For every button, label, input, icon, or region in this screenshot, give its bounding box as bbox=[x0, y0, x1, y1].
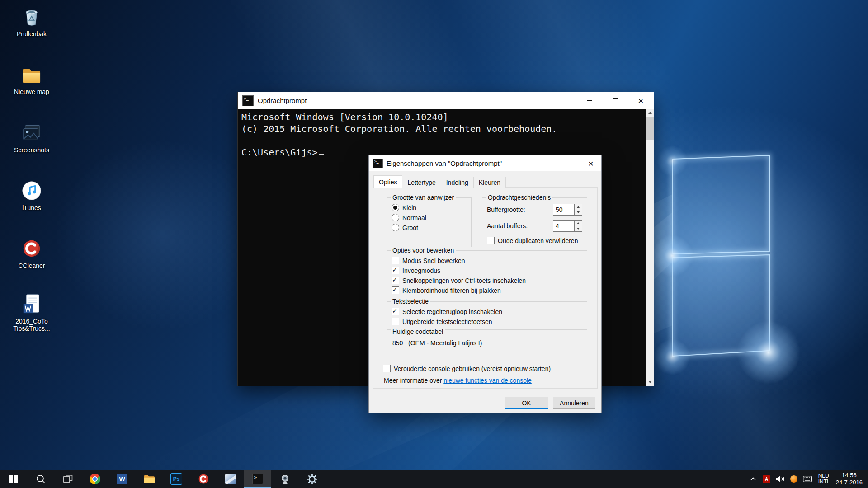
checkbox[interactable] bbox=[392, 257, 399, 264]
tab-indeling[interactable]: Indeling bbox=[441, 177, 474, 188]
dialog-close-button[interactable] bbox=[580, 155, 601, 171]
spinner bbox=[574, 220, 582, 232]
number-input[interactable]: 50 bbox=[553, 204, 574, 216]
checkbox[interactable] bbox=[487, 237, 495, 244]
radio-button[interactable] bbox=[392, 214, 399, 221]
taskbar-app[interactable] bbox=[217, 470, 244, 488]
maximize-button[interactable] bbox=[602, 92, 628, 109]
group-title: Tekstselectie bbox=[391, 298, 430, 305]
number-input[interactable]: 4 bbox=[553, 220, 574, 232]
radio-row-normaal[interactable]: Normaal bbox=[392, 214, 471, 221]
checkbox[interactable] bbox=[392, 308, 399, 315]
cancel-button[interactable]: Annuleren bbox=[553, 397, 595, 409]
spin-up-button[interactable] bbox=[575, 221, 582, 226]
maximize-icon bbox=[613, 98, 618, 103]
radio-label: Klein bbox=[402, 204, 416, 211]
scrollbar-thumb[interactable] bbox=[646, 117, 654, 140]
checkbox[interactable] bbox=[392, 286, 399, 294]
task-view-button[interactable] bbox=[54, 470, 81, 488]
radio-button[interactable] bbox=[392, 204, 399, 211]
chrome-icon bbox=[90, 474, 100, 484]
checkbox-row[interactable]: Selectie regelterugloop inschakelen bbox=[392, 308, 587, 315]
checkbox-row[interactable]: Invoegmodus bbox=[392, 267, 587, 274]
tab-page-opties: Grootte van aanwijzer Klein Normaal Groo… bbox=[373, 187, 598, 389]
ok-button[interactable]: OK bbox=[505, 397, 548, 409]
orange-app-icon bbox=[790, 475, 797, 483]
tray-show-hidden-icons[interactable] bbox=[746, 470, 760, 488]
scroll-down-arrow[interactable] bbox=[646, 378, 654, 386]
checkbox-row[interactable]: Modus Snel bewerken bbox=[392, 257, 587, 264]
taskbar-ccleaner[interactable] bbox=[190, 470, 217, 488]
recycle-bin-icon bbox=[20, 5, 43, 28]
search-button[interactable] bbox=[27, 470, 54, 488]
tray-adobe-reader[interactable]: A bbox=[760, 470, 774, 488]
desktop-icon-prullenbak[interactable]: Prullenbak bbox=[8, 5, 55, 38]
taskbar-photoshop[interactable]: Ps bbox=[163, 470, 190, 488]
taskbar-camera-app[interactable] bbox=[271, 470, 298, 488]
text-selection-group: Tekstselectie Selectie regelterugloop in… bbox=[387, 301, 587, 330]
spin-up-button[interactable] bbox=[575, 204, 582, 210]
tray-volume[interactable] bbox=[774, 470, 787, 488]
checkbox-row[interactable]: Uitgebreide tekstselectietoetsen bbox=[392, 318, 587, 325]
checkbox[interactable] bbox=[392, 277, 399, 284]
buffer-count-input[interactable]: 4 bbox=[553, 220, 582, 232]
close-button[interactable] bbox=[628, 92, 654, 109]
taskbar-settings[interactable] bbox=[298, 470, 326, 488]
tab-opties[interactable]: Opties bbox=[373, 175, 402, 188]
checkbox-label: Oude duplicaten verwijderen bbox=[498, 237, 578, 244]
checkbox-label: Modus Snel bewerken bbox=[402, 257, 465, 264]
tray-touch-keyboard[interactable] bbox=[801, 470, 814, 488]
dialog-titlebar[interactable]: >_ Eigenschappen van "Opdrachtprompt" bbox=[369, 155, 601, 171]
close-icon bbox=[588, 159, 594, 168]
checkbox-row[interactable]: Snelkoppelingen voor Ctrl-toets inschake… bbox=[392, 277, 587, 284]
scroll-up-arrow[interactable] bbox=[646, 109, 654, 117]
checkbox-label: Selectie regelterugloop inschakelen bbox=[402, 308, 502, 315]
taskbar-word[interactable]: W bbox=[108, 470, 136, 488]
console-line: Microsoft Windows [Version 10.0.10240] bbox=[241, 111, 650, 123]
console-title: Opdrachtprompt bbox=[258, 97, 307, 104]
windows-logo-icon bbox=[9, 475, 18, 483]
desktop-icon-nieuwe-map[interactable]: Nieuwe map bbox=[8, 63, 55, 95]
desktop-icon-screenshots[interactable]: Screenshots bbox=[8, 122, 55, 154]
text-cursor bbox=[319, 154, 324, 155]
clock[interactable]: 14:56 24-7-2016 bbox=[834, 470, 868, 488]
tab-kleuren[interactable]: Kleuren bbox=[473, 177, 506, 188]
taskbar: W Ps >_ bbox=[0, 470, 868, 488]
spin-down-button[interactable] bbox=[575, 210, 582, 216]
console-features-link[interactable]: nieuwe functies van de console bbox=[443, 377, 532, 384]
radio-button[interactable] bbox=[392, 224, 399, 231]
tray-orange-app[interactable] bbox=[787, 470, 801, 488]
checkbox-row[interactable]: Klembordinhoud filteren bij plakken bbox=[392, 286, 587, 294]
console-scrollbar[interactable] bbox=[646, 109, 654, 386]
checkbox-row-legacy-console[interactable]: Verouderde console gebruiken (vereist op… bbox=[383, 365, 551, 372]
minimize-icon bbox=[587, 100, 592, 101]
taskbar-command-prompt[interactable]: >_ bbox=[244, 470, 271, 488]
console-titlebar[interactable]: >_ Opdrachtprompt bbox=[238, 92, 654, 109]
radio-row-klein[interactable]: Klein bbox=[392, 204, 471, 211]
desktop-icon-itunes[interactable]: iTunes bbox=[8, 179, 55, 211]
itunes-icon bbox=[20, 179, 43, 202]
dialog-buttons: OK Annuleren bbox=[505, 397, 595, 409]
checkbox[interactable] bbox=[383, 365, 391, 372]
start-button[interactable] bbox=[0, 470, 27, 488]
keyboard-layout: INTL bbox=[818, 479, 830, 485]
buffer-size-input[interactable]: 50 bbox=[553, 204, 582, 216]
search-icon bbox=[36, 474, 46, 484]
desktop-icon-ccleaner[interactable]: CCleaner bbox=[8, 237, 55, 269]
console-blank-line bbox=[241, 135, 650, 146]
spin-down-button[interactable] bbox=[575, 226, 582, 232]
checkbox[interactable] bbox=[392, 267, 399, 274]
minimize-button[interactable] bbox=[576, 92, 602, 109]
radio-label: Groot bbox=[402, 224, 418, 231]
checkbox[interactable] bbox=[392, 318, 399, 325]
task-view-icon bbox=[63, 474, 73, 483]
tab-lettertype[interactable]: Lettertype bbox=[402, 177, 441, 188]
radio-row-groot[interactable]: Groot bbox=[392, 224, 471, 231]
taskbar-file-explorer[interactable] bbox=[136, 470, 163, 488]
desktop-icon-label: iTunes bbox=[22, 204, 41, 211]
taskbar-chrome[interactable] bbox=[81, 470, 108, 488]
language-indicator[interactable]: NLD INTL bbox=[814, 470, 834, 488]
checkbox-row-duplicates[interactable]: Oude duplicaten verwijderen bbox=[487, 237, 587, 244]
desktop-icon-word-document[interactable]: 2016_CoTo Tips&Trucs... bbox=[8, 293, 55, 332]
field-label: Buffergrootte: bbox=[487, 206, 525, 213]
